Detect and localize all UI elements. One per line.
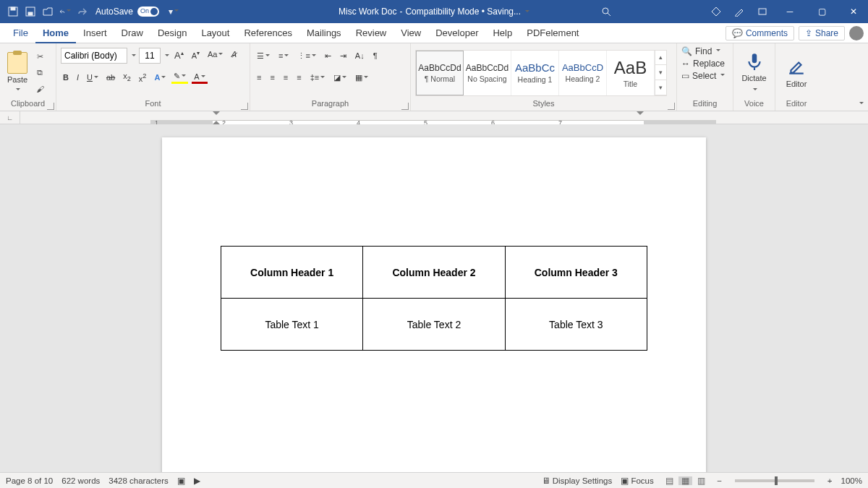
align-center-button[interactable]: ≡ [268, 72, 276, 82]
editor-button[interactable]: Editor [780, 55, 813, 91]
right-indent-marker[interactable] [637, 111, 644, 119]
minimize-button[interactable]: ─ [780, 7, 800, 17]
table-cell[interactable]: Table Text 3 [505, 299, 647, 351]
line-spacing-button[interactable]: ‡≡ [308, 72, 328, 82]
style-item[interactable]: AaBbCcDHeading 2 [559, 51, 607, 95]
table-header-cell[interactable]: Column Header 1 [221, 247, 363, 299]
word-count[interactable]: 622 words [61, 476, 100, 485]
read-mode-icon[interactable]: ▤ [663, 476, 676, 485]
font-size-dropdown-icon[interactable] [163, 51, 169, 60]
show-marks-button[interactable]: ¶ [371, 51, 380, 61]
spellcheck-icon[interactable]: ▣ [177, 476, 185, 486]
font-name-dropdown-icon[interactable] [130, 51, 136, 60]
comments-button[interactable]: 💬 Comments [726, 26, 794, 40]
paste-button[interactable]: Paste [4, 51, 30, 95]
table-header-cell[interactable]: Column Header 3 [505, 247, 647, 299]
tab-review[interactable]: Review [349, 23, 394, 43]
style-item[interactable]: AaBbCcHeading 1 [511, 51, 559, 95]
cut-icon[interactable]: ✂ [33, 51, 46, 64]
autosave-toggle[interactable]: AutoSave On ▾ [95, 6, 179, 17]
multilevel-button[interactable]: ⋮≡ [295, 51, 318, 61]
select-button[interactable]: ▭ Select [681, 71, 725, 81]
shading-button[interactable]: ◪ [331, 72, 349, 83]
subscript-button[interactable]: x2 [121, 71, 133, 83]
table-header-row[interactable]: Column Header 1 Column Header 2 Column H… [221, 247, 647, 299]
zoom-level[interactable]: 100% [841, 476, 862, 485]
font-color-button[interactable]: A [192, 72, 207, 84]
copy-icon[interactable]: ⧉ [33, 67, 46, 80]
tab-mailings[interactable]: Mailings [299, 23, 349, 43]
style-item[interactable]: AaBTitle [607, 51, 655, 95]
tab-selector[interactable]: ∟ [0, 111, 20, 124]
text-effects-button[interactable]: A [152, 72, 168, 82]
save-as-icon[interactable] [25, 6, 36, 17]
pen-icon[interactable] [733, 6, 745, 17]
print-layout-icon[interactable]: ▦ [678, 476, 692, 485]
tab-developer[interactable]: Developer [428, 23, 485, 43]
clear-format-button[interactable]: A̷ [229, 49, 239, 61]
close-button[interactable]: ✕ [843, 7, 864, 17]
increase-indent-button[interactable]: ⇥ [338, 51, 349, 61]
zoom-slider[interactable] [735, 479, 814, 482]
qat-more-icon[interactable]: ▾ [168, 6, 179, 17]
bold-button[interactable]: B [61, 72, 71, 82]
open-icon[interactable] [42, 6, 54, 17]
style-item[interactable]: AaBbCcDd¶ Normal [416, 51, 464, 95]
sort-button[interactable]: A↓ [353, 51, 367, 61]
window-mode-icon[interactable] [757, 6, 768, 17]
table-row[interactable]: Table Text 1 Table Text 2 Table Text 3 [221, 299, 647, 351]
paragraph-launcher-icon[interactable] [401, 103, 409, 110]
char-count[interactable]: 3428 characters [109, 476, 168, 485]
redo-icon[interactable] [77, 6, 88, 17]
font-launcher-icon[interactable] [241, 103, 248, 110]
share-button[interactable]: ⇪ Share [799, 26, 845, 40]
diamond-icon[interactable] [710, 6, 722, 17]
tab-home[interactable]: Home [35, 23, 76, 43]
style-item[interactable]: AaBbCcDdNo Spacing [464, 51, 511, 95]
shrink-font-button[interactable]: A▾ [190, 49, 202, 61]
title-dropdown-icon[interactable] [524, 7, 529, 17]
replace-button[interactable]: ↔ Replace [681, 59, 725, 69]
font-name-input[interactable] [61, 48, 127, 64]
tab-references[interactable]: References [237, 23, 299, 43]
tab-design[interactable]: Design [150, 23, 194, 43]
display-settings-button[interactable]: 🖥 Display Settings [542, 476, 613, 485]
style-gallery-more[interactable]: ▴▾▾ [655, 51, 666, 95]
document-area[interactable]: Column Header 1 Column Header 2 Column H… [0, 124, 868, 472]
undo-icon[interactable] [59, 6, 71, 17]
tab-layout[interactable]: Layout [194, 23, 237, 43]
justify-button[interactable]: ≡ [294, 72, 303, 82]
save-icon[interactable] [7, 6, 19, 17]
tab-view[interactable]: View [393, 23, 428, 43]
zoom-in-button[interactable]: + [827, 476, 833, 485]
borders-button[interactable]: ▦ [353, 72, 370, 83]
tab-insert[interactable]: Insert [76, 23, 114, 43]
table-cell[interactable]: Table Text 2 [363, 299, 505, 351]
font-size-input[interactable] [139, 48, 161, 64]
page-number[interactable]: Page 8 of 10 [6, 476, 53, 485]
zoom-out-button[interactable]: − [717, 476, 722, 485]
styles-launcher-icon[interactable] [668, 103, 675, 110]
bullets-button[interactable]: ☰ [255, 51, 272, 61]
strikethrough-button[interactable]: ab [104, 72, 117, 82]
change-case-button[interactable]: Aa [205, 49, 225, 61]
web-layout-icon[interactable]: ▥ [694, 476, 708, 485]
decrease-indent-button[interactable]: ⇤ [323, 51, 333, 61]
tab-draw[interactable]: Draw [114, 23, 150, 43]
account-avatar[interactable] [849, 26, 864, 40]
maximize-button[interactable]: ▢ [812, 7, 832, 17]
search-icon[interactable] [600, 6, 612, 17]
macro-icon[interactable]: ▶ [194, 476, 200, 486]
clipboard-launcher-icon[interactable] [47, 103, 54, 110]
focus-button[interactable]: ▣ Focus [621, 476, 654, 486]
tab-file[interactable]: File [6, 23, 35, 43]
dictate-button[interactable]: Dictate [736, 49, 772, 97]
align-right-button[interactable]: ≡ [281, 72, 290, 82]
table-header-cell[interactable]: Column Header 2 [363, 247, 505, 299]
collapse-ribbon-icon[interactable] [858, 99, 864, 108]
grow-font-button[interactable]: A▴ [172, 49, 186, 61]
tab-help[interactable]: Help [485, 23, 519, 43]
underline-button[interactable]: U [85, 72, 101, 82]
document-table[interactable]: Column Header 1 Column Header 2 Column H… [221, 246, 647, 351]
superscript-button[interactable]: x2 [137, 72, 149, 84]
